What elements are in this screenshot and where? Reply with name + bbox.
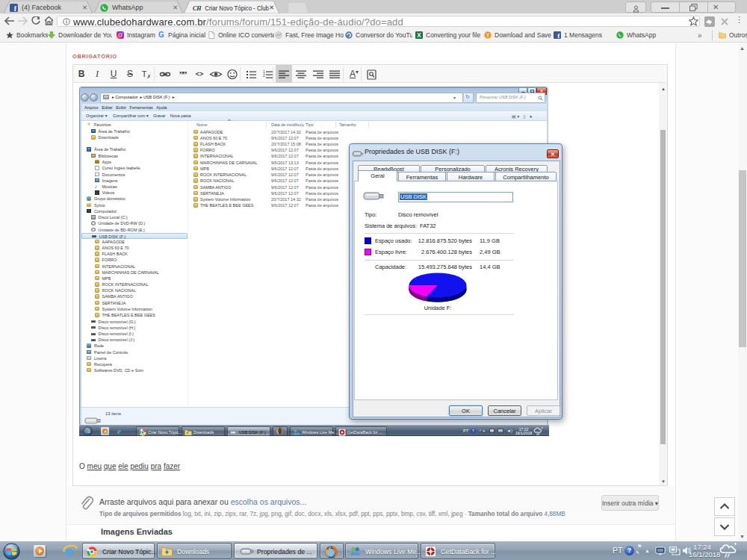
svg-text:T: T [486, 32, 490, 39]
svg-text:2: 2 [263, 73, 265, 78]
svg-text:X: X [417, 32, 421, 39]
svg-text:G: G [158, 31, 164, 39]
